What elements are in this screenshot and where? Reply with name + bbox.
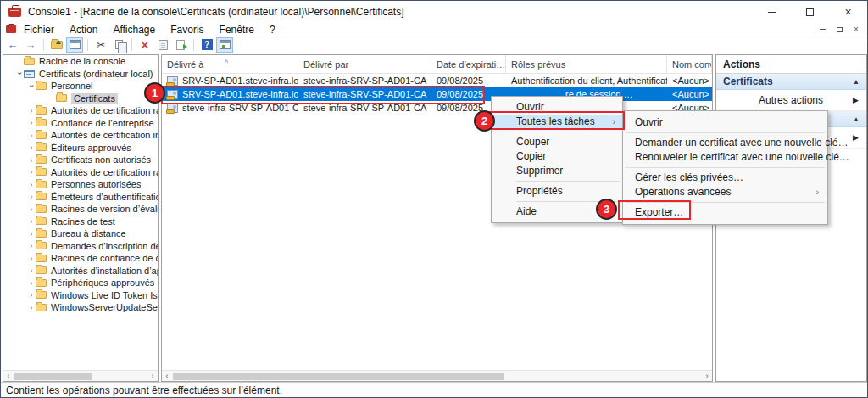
collapse-icon[interactable]: ▲ (853, 78, 860, 86)
context-menu-couper[interactable]: Couper (492, 135, 622, 149)
tree-item-emetteurs-authentification[interactable]: ›Émetteurs d’authentification de (3, 191, 158, 204)
menu-aide[interactable]: ? (262, 24, 283, 36)
tree-item-autorites-installation[interactable]: ›Autorités d’installation d’applica (3, 265, 158, 277)
chevron-collapsed-icon[interactable]: › (27, 290, 36, 300)
maximize-button[interactable] (791, 1, 829, 23)
chevron-collapsed-icon[interactable]: › (27, 192, 36, 201)
help-button[interactable]: ? (198, 37, 215, 53)
chevron-collapsed-icon[interactable]: › (27, 106, 36, 115)
back-button[interactable]: ← (4, 37, 21, 53)
tree-item-wsus[interactable]: ›WindowsServerUpdateServices (3, 301, 158, 314)
menu-fichier[interactable]: Fichier (16, 24, 62, 36)
chevron-collapsed-icon[interactable]: › (27, 254, 36, 263)
certificate-row[interactable]: SRV-SP-AD01.steve-infra.local steve-infr… (162, 74, 712, 87)
tree-item-certificats[interactable]: Certificats (3, 92, 158, 105)
submenu-renouveler-certificat[interactable]: Renouveler le certificat avec une nouvel… (623, 150, 827, 165)
tree-item-certificats-non-autorises[interactable]: ›Certificats non autorisés (3, 154, 158, 166)
submenu-gerer-cles-privees[interactable]: Gérer les clés privées… (623, 171, 827, 185)
delete-button[interactable]: × (136, 37, 153, 53)
close-button[interactable]: × (829, 1, 867, 23)
context-menu-ouvrir[interactable]: Ouvrir (492, 100, 622, 115)
expand-right-icon[interactable]: ▶ (853, 133, 859, 142)
scrollbar-thumb[interactable] (173, 373, 504, 380)
up-one-level-button[interactable] (48, 37, 65, 53)
tree-item-bureau-distance[interactable]: ›Bureau à distance (3, 227, 158, 240)
more-actions-item[interactable]: Autres actions ▶ (716, 90, 866, 111)
toolbar-separator (43, 39, 44, 51)
chevron-collapsed-icon[interactable]: › (27, 180, 36, 189)
chevron-collapsed-icon[interactable]: › (27, 131, 36, 140)
tree-item-racines-test[interactable]: ›Racines de test (3, 216, 158, 228)
tree-item-confiance-entreprise[interactable]: ›Confiance de l’entreprise (3, 117, 158, 130)
folder-icon (36, 230, 47, 238)
context-menu-copier[interactable]: Copier (492, 149, 622, 164)
show-hide-tree-button[interactable] (66, 37, 83, 53)
tree-item-racines-evaluation[interactable]: ›Racines de version d’évaluation (3, 203, 158, 216)
copy-button[interactable] (110, 37, 127, 53)
tree-item-windows-live-id[interactable]: ›Windows Live ID Token Issuer (3, 289, 158, 302)
expand-right-icon[interactable]: ▶ (853, 96, 859, 104)
scroll-left-icon[interactable]: ‹ (3, 372, 14, 380)
tree-item-autorites-intermediaires[interactable]: ›Autorités de certification interme (3, 129, 158, 142)
list-horizontal-scrollbar[interactable]: ‹ › (162, 370, 712, 381)
show-hide-action-pane-button[interactable] (216, 37, 233, 53)
chevron-collapsed-icon[interactable]: › (27, 167, 36, 177)
chevron-collapsed-icon[interactable]: › (27, 118, 36, 127)
context-menu-supprimer[interactable]: Supprimer (492, 164, 622, 178)
submenu-operations-avancees[interactable]: Opérations avancées › (623, 185, 827, 199)
column-header-roles-prevus[interactable]: Rôles prévus (506, 55, 667, 73)
submenu-ouvrir[interactable]: Ouvrir (623, 115, 827, 130)
chevron-collapsed-icon[interactable]: › (27, 241, 36, 250)
menu-action[interactable]: Action (62, 24, 105, 36)
chevron-collapsed-icon[interactable]: › (27, 278, 36, 288)
scroll-left-icon[interactable]: ‹ (162, 372, 172, 380)
column-header-delivre-a[interactable]: ^Délivré à (162, 55, 298, 73)
chevron-expanded-icon[interactable]: › (27, 81, 36, 90)
tree-item-racine[interactable]: Racine de la console (3, 55, 158, 68)
tree-item-autorites-racines[interactable]: ›Autorités de certification racines (3, 104, 158, 117)
menu-favoris[interactable]: Favoris (163, 24, 211, 36)
actions-group-certificats[interactable]: Certificats ▲ (716, 74, 866, 90)
submenu-exporter[interactable]: Exporter… (623, 205, 827, 220)
column-header-delivre-par[interactable]: Délivré par (298, 55, 431, 73)
scroll-right-icon[interactable]: › (702, 372, 712, 380)
chevron-collapsed-icon[interactable]: › (27, 266, 36, 275)
export-list-button[interactable] (172, 37, 189, 53)
chevron-collapsed-icon[interactable]: › (27, 143, 36, 152)
column-header-nom-convivial[interactable]: Nom conv… (667, 55, 712, 73)
properties-button[interactable] (154, 37, 171, 53)
minimize-button[interactable] (753, 1, 791, 23)
collapse-icon[interactable]: ▲ (853, 115, 860, 123)
cut-button[interactable]: ✂ (92, 37, 109, 53)
certificate-row-selected[interactable]: SRV-SP-AD01.steve-infra.local steve-infr… (162, 87, 712, 101)
tree-item-racines-carte-puce[interactable]: ›Racines de confiance de carte à p (3, 252, 158, 265)
tree-item-editeurs-approuves[interactable]: ›Éditeurs approuvés (3, 142, 158, 154)
chevron-collapsed-icon[interactable]: › (27, 303, 36, 312)
chevron-collapsed-icon[interactable]: › (27, 229, 36, 238)
tree-item-personnel[interactable]: ›Personnel (3, 80, 158, 92)
child-window-icon[interactable] (6, 25, 16, 33)
submenu-demander-certificat[interactable]: Demander un certificat avec une nouvelle… (623, 136, 827, 150)
chevron-expanded-icon[interactable]: › (15, 70, 25, 78)
context-menu-toutes-les-taches[interactable]: Toutes les tâches › (492, 115, 622, 129)
child-close-button[interactable]: × (850, 25, 862, 35)
tree-item-personnes-autorisees[interactable]: ›Personnes autorisées (3, 178, 158, 191)
chevron-collapsed-icon[interactable]: › (27, 155, 36, 165)
menu-fenetre[interactable]: Fenêtre (212, 24, 262, 36)
tree-horizontal-scrollbar[interactable]: ‹ › (3, 370, 158, 381)
scrollbar-thumb[interactable] (14, 373, 92, 380)
child-minimize-button[interactable] (816, 25, 828, 35)
forward-button[interactable]: → (22, 37, 39, 53)
scroll-right-icon[interactable]: › (147, 372, 158, 380)
tree-item-demandes-inscription[interactable]: ›Demandes d’inscription de certif (3, 240, 158, 253)
column-header-date-expiration[interactable]: Date d’expirati… (431, 55, 506, 73)
tree-item-peripheriques-approuves[interactable]: ›Périphériques approuvés (3, 277, 158, 289)
chevron-collapsed-icon[interactable]: › (27, 216, 36, 226)
annotation-step-1: 1 (144, 82, 165, 104)
context-menu-proprietes[interactable]: Propriétés (492, 184, 622, 199)
tree-item-certificats-local[interactable]: ›Certificats (ordinateur local) (3, 68, 158, 81)
child-restore-button[interactable] (833, 25, 845, 35)
menu-affichage[interactable]: Affichage (105, 24, 163, 36)
chevron-collapsed-icon[interactable]: › (27, 205, 36, 214)
tree-item-autorites-racine-tierce[interactable]: ›Autorités de certification racine t (3, 166, 158, 179)
